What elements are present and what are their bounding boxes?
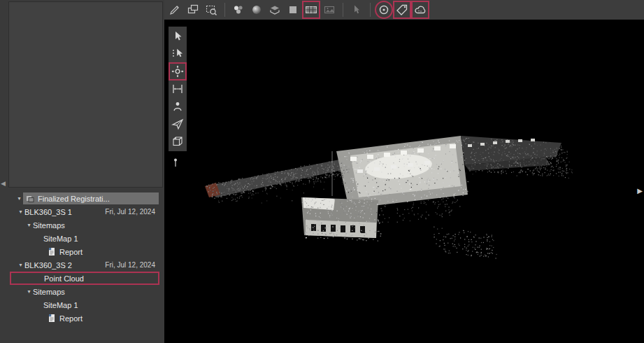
tree-item-label: SiteMap 1 [43, 301, 78, 309]
bundle-icon [26, 195, 34, 203]
expander-icon[interactable]: ▾ [25, 288, 33, 295]
point-cloud-icon[interactable] [413, 2, 428, 18]
tree-item-sitemaps-2[interactable]: ▾ Sitemaps [7, 285, 164, 298]
expander-icon[interactable]: ▾ [15, 195, 23, 202]
expander-icon[interactable]: ▾ [17, 209, 24, 215]
tree-item-label: BLK360_3S 1 [24, 208, 72, 216]
fly-icon[interactable] [170, 116, 185, 132]
toolbar-separator [343, 3, 343, 17]
tree-item-label: BLK360_3S 2 [24, 261, 72, 270]
tree-item-date: Fri, Jul 12, 2024 [105, 208, 155, 216]
tree-item-label: Sitemaps [33, 288, 65, 296]
toolbar-separator [370, 3, 371, 17]
tree-item-date: Fri, Jul 12, 2024 [105, 261, 155, 269]
cube-view-icon[interactable] [170, 134, 185, 149]
expander-icon[interactable]: ▾ [17, 262, 24, 268]
target-icon[interactable] [376, 2, 392, 18]
measure-icon[interactable] [170, 81, 185, 97]
sphere-shaded-icon[interactable] [249, 2, 264, 18]
image-icon[interactable] [322, 2, 337, 18]
report-icon [48, 314, 56, 323]
viewports-icon[interactable] [185, 2, 201, 18]
sidebar-empty-panel [8, 1, 163, 188]
tree-item-sitemap1-2[interactable]: SiteMap 1 [7, 298, 164, 312]
expander-icon[interactable]: ▾ [25, 222, 33, 228]
tree-item-blk360-3s-2[interactable]: ▾ BLK360_3S 2 Fri, Jul 12, 2024 [7, 258, 164, 272]
tree-item-label: SiteMap 1 [43, 234, 78, 243]
tree-item-blk360-3s-1[interactable]: ▾ BLK360_3S 1 Fri, Jul 12, 2024 [7, 205, 164, 218]
spheres-icon[interactable] [231, 2, 246, 18]
zoom-window-icon[interactable] [203, 2, 219, 18]
tree-item-report-2[interactable]: Report [7, 312, 164, 325]
tree-item-finalized-registration[interactable]: ▾ Finalized Registrati... [7, 192, 164, 205]
select-arrow-icon[interactable] [170, 29, 185, 44]
select-options-icon[interactable] [170, 46, 185, 62]
tree-item-point-cloud[interactable]: Point Cloud [10, 272, 159, 285]
point-cloud-render [164, 20, 644, 343]
tag-icon[interactable] [394, 2, 410, 18]
tree-item-label: Finalized Registrati... [38, 195, 110, 203]
contours-icon[interactable] [267, 2, 282, 18]
panel-expand-arrow[interactable]: ▶ [637, 188, 643, 194]
pin-icon[interactable] [172, 158, 179, 168]
application-window: ◀ ▾ Finalized Registrati... ▾ BLK360_3S … [0, 0, 644, 343]
tree-item-label: Report [59, 248, 83, 256]
selected-row-highlight[interactable]: Finalized Registrati... [23, 192, 159, 204]
tree-item-label: Sitemaps [33, 221, 65, 230]
toolbar-separator [224, 3, 225, 17]
tree-item-sitemaps-1[interactable]: ▾ Sitemaps [7, 218, 164, 232]
report-icon [48, 247, 56, 256]
pencil-icon[interactable] [167, 2, 183, 18]
viewport-3d[interactable]: ▶ [164, 20, 644, 343]
project-sidebar: ▾ Finalized Registrati... ▾ BLK360_3S 1 … [7, 0, 164, 343]
project-tree: ▾ Finalized Registrati... ▾ BLK360_3S 1 … [7, 192, 164, 325]
tree-item-sitemap1-1[interactable]: SiteMap 1 [7, 232, 164, 245]
cursor-icon[interactable] [349, 2, 364, 18]
tree-item-label: Point Cloud [44, 274, 84, 283]
tree-item-label: Report [59, 314, 83, 323]
tree-item-report-1[interactable]: Report [7, 245, 164, 258]
panorama-grid-icon[interactable] [303, 2, 319, 18]
orbit-move-icon[interactable] [170, 64, 185, 79]
main-toolbar [164, 0, 644, 20]
view-toolbar [169, 27, 187, 151]
square-icon[interactable] [285, 2, 301, 18]
walk-view-icon[interactable] [170, 99, 185, 114]
sidebar-collapse-arrow[interactable]: ◀ [1, 181, 6, 187]
